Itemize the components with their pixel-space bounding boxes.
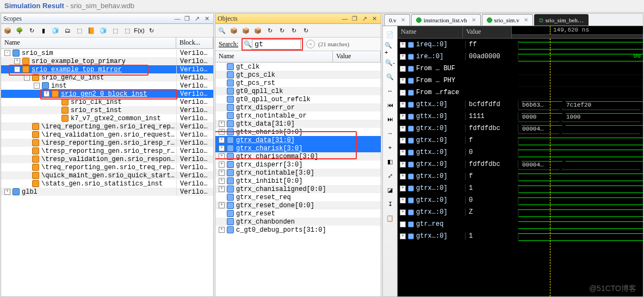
- wave-row[interactable]: +gtrx…:0]Z: [398, 206, 643, 218]
- close-icon[interactable]: ✕: [370, 14, 379, 23]
- object-row[interactable]: +gtrx_charisk[3:0]: [215, 144, 381, 152]
- expand-icon[interactable]: +: [400, 42, 406, 48]
- scope-tool-11[interactable]: F(x): [134, 25, 145, 36]
- expand-icon[interactable]: -: [14, 66, 20, 72]
- obj-tool-3[interactable]: 📦: [252, 25, 263, 36]
- restore-icon[interactable]: ❐: [183, 14, 191, 23]
- expand-icon[interactable]: +: [400, 78, 406, 84]
- expand-icon[interactable]: +: [400, 233, 406, 239]
- expand-icon[interactable]: +: [400, 162, 406, 168]
- scope-tool-3[interactable]: ▮: [38, 25, 49, 36]
- expand-icon[interactable]: +: [44, 91, 49, 97]
- waveform[interactable]: 00001000: [518, 110, 643, 123]
- scope-tool-10[interactable]: ⬚: [122, 25, 133, 36]
- object-row[interactable]: gt_pcs_rst: [215, 79, 381, 87]
- expand-icon[interactable]: +: [400, 54, 406, 60]
- waveform[interactable]: [518, 194, 643, 207]
- scope-row[interactable]: \ireq_validation_gen.srio_request…Verilo…: [1, 131, 213, 139]
- waveform[interactable]: [518, 75, 643, 87]
- object-row[interactable]: +gtrx_disperr[3:0]: [215, 160, 381, 169]
- object-row[interactable]: gtrx_notintable_or: [215, 112, 381, 120]
- scope-tool-2[interactable]: ↻: [26, 25, 37, 36]
- search-input[interactable]: [252, 39, 301, 49]
- obj-tool-1[interactable]: 📦: [228, 25, 239, 36]
- object-row[interactable]: gtrx_reset_req: [215, 193, 381, 201]
- waveform[interactable]: [518, 182, 643, 195]
- expand-icon[interactable]: [400, 221, 406, 227]
- expand-icon[interactable]: +: [219, 170, 225, 176]
- obj-tool-5[interactable]: ↻: [276, 25, 287, 36]
- object-row[interactable]: gtrx_chanbonden: [215, 218, 381, 226]
- scope-row[interactable]: +glblVerilo…: [1, 188, 213, 196]
- expand-icon[interactable]: +: [400, 114, 406, 120]
- scope-row[interactable]: \ireq_reporting_gen.srio_ireq_rep…Verilo…: [1, 122, 213, 131]
- wave-row[interactable]: +gtrx…:0]f: [398, 170, 643, 182]
- expand-icon[interactable]: -: [34, 83, 40, 89]
- waveform[interactable]: [518, 63, 643, 75]
- object-row[interactable]: +gtrx_data[31:0]: [215, 136, 381, 144]
- wave-tool-10[interactable]: ⤢: [384, 170, 396, 182]
- wave-row[interactable]: gtr…req: [398, 218, 643, 230]
- obj-tool-0[interactable]: 🔍: [216, 25, 227, 36]
- expand-icon[interactable]: +: [219, 129, 225, 135]
- wave-tool-2[interactable]: 🔍-: [384, 57, 396, 69]
- waveform[interactable]: [518, 170, 643, 183]
- minimize-icon[interactable]: —: [173, 14, 182, 23]
- tree-scopes[interactable]: -srio_simVerilo…+srio_example_top_primar…: [1, 49, 213, 296]
- expand-icon[interactable]: +: [400, 102, 406, 108]
- expand-icon[interactable]: +: [219, 145, 225, 151]
- waveform[interactable]: 00004…: [518, 122, 643, 135]
- waveform[interactable]: [518, 86, 643, 99]
- wave-tool-1[interactable]: 🔍+: [384, 42, 396, 54]
- expand-icon[interactable]: +: [400, 209, 406, 215]
- expand-icon[interactable]: +: [400, 150, 406, 156]
- col-name[interactable]: Name: [398, 26, 463, 38]
- scope-row[interactable]: \tresp_validation_gen.srio_respon…Verilo…: [1, 155, 213, 163]
- col-name[interactable]: Name: [215, 51, 333, 62]
- tab[interactable]: instruction_list.vh✕: [411, 14, 481, 26]
- expand-icon[interactable]: +: [219, 186, 225, 192]
- waveform[interactable]: b6b63…7c1ef20: [518, 98, 643, 111]
- wave-tool-12[interactable]: ↧: [384, 198, 396, 210]
- expand-icon[interactable]: -: [24, 75, 30, 81]
- wave-row[interactable]: +gttx…:0]111100001000: [398, 110, 643, 122]
- wave-tool-11[interactable]: ◪: [384, 184, 396, 196]
- obj-tool-7[interactable]: ↻: [300, 25, 311, 36]
- wave-row[interactable]: +gttx…:0]bcfdfdfdb6b63…7c1ef20: [398, 98, 643, 110]
- wave-tool-4[interactable]: ↔: [384, 85, 396, 97]
- scope-tool-6[interactable]: ⬚: [74, 25, 85, 36]
- object-row[interactable]: gt0_qpll_out_refclk: [215, 95, 381, 103]
- scope-row[interactable]: srio_clk_instVerilo…: [1, 98, 213, 106]
- expand-icon[interactable]: +: [400, 174, 406, 180]
- object-row[interactable]: +gttx_charisk[3:0]: [215, 128, 381, 136]
- col-value[interactable]: Value: [463, 26, 512, 38]
- scope-tool-1[interactable]: 🌳: [14, 25, 25, 36]
- close-icon[interactable]: ✕: [202, 14, 211, 23]
- scope-row[interactable]: -srio_example_top_mirrorVerilo…: [1, 65, 213, 73]
- wave-row[interactable]: +gtrx…:0]1: [398, 182, 643, 194]
- object-row[interactable]: +c_gt0_debug_ports[31:0]: [215, 226, 381, 234]
- list-objects[interactable]: gt_clkgt_pcs_clkgt_pcs_rstgt0_qpll_clkgt…: [215, 63, 381, 296]
- scope-row[interactable]: -srio_gen2_0_instVerilo…: [1, 73, 213, 82]
- wave-tool-8[interactable]: +: [384, 141, 396, 153]
- wave-row[interactable]: +gtrx…:0]0: [398, 194, 643, 206]
- wave-row[interactable]: +From … PHY: [398, 75, 643, 86]
- waveform[interactable]: [518, 230, 643, 243]
- object-row[interactable]: +gtrx_chariscomma[3:0]: [215, 152, 381, 160]
- scope-tool-8[interactable]: 🧊: [98, 25, 109, 36]
- wave-tool-7[interactable]: →: [384, 127, 396, 139]
- expand-icon[interactable]: -: [400, 66, 406, 72]
- popout-icon[interactable]: ↗: [193, 14, 201, 23]
- editor-tabs[interactable]: 0.v✕instruction_list.vh✕srio_sim.v✕⧉srio…: [383, 14, 643, 26]
- object-row[interactable]: gtrx_disperr_or: [215, 103, 381, 112]
- scope-row[interactable]: srio_rst_instVerilo…: [1, 106, 213, 114]
- clear-search-icon[interactable]: ×: [306, 40, 315, 48]
- wave-row[interactable]: -From …rface: [398, 86, 643, 98]
- wave-row[interactable]: +ireq…:0]ff: [398, 39, 643, 51]
- scope-row[interactable]: \treq_reporting_gen.srio_treq_rep…Verilo…: [1, 163, 213, 171]
- scope-row[interactable]: \stats_gen.srio_statistics_instVerilo…: [1, 180, 213, 188]
- expand-icon[interactable]: +: [400, 138, 406, 144]
- expand-icon[interactable]: +: [219, 162, 225, 168]
- tab[interactable]: ⧉srio_sim_beh…: [534, 14, 589, 26]
- object-row[interactable]: +gtrx_reset_done[0:0]: [215, 201, 381, 209]
